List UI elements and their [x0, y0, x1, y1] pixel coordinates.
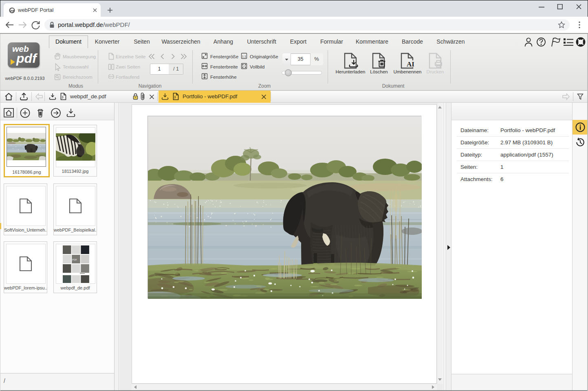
- svg-text:1:1: 1:1: [242, 55, 247, 58]
- svg-text:PDF: PDF: [72, 258, 77, 261]
- svg-text:AI: AI: [407, 60, 414, 68]
